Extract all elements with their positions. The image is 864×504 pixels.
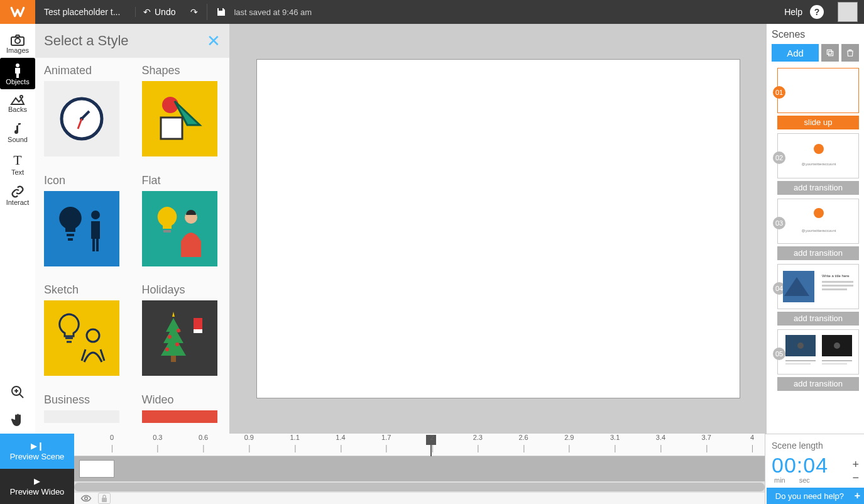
animated-thumb — [44, 81, 119, 156]
transition-button[interactable]: add transition — [777, 181, 859, 195]
canvas-area — [230, 24, 766, 434]
style-label: Animated — [44, 64, 123, 77]
svg-rect-25 — [171, 356, 176, 362]
increase-length-button[interactable]: + — [852, 458, 859, 471]
left-rail: Images Objects Backs Sound T Text Intera… — [0, 24, 35, 434]
timeline-ruler[interactable]: 00.30.60.91.11.41.722.32.62.93.13.43.74 — [74, 434, 765, 456]
lock-icon[interactable] — [98, 493, 111, 504]
person-icon — [11, 63, 24, 78]
scene-length-title: Scene length — [772, 441, 858, 451]
timeline-tick: 3.1 — [610, 434, 620, 441]
scene-item-3[interactable]: 03 @yourtwitteraccount add transition — [772, 199, 859, 260]
style-flat[interactable]: Flat — [142, 174, 221, 271]
rail-label: Interact — [6, 199, 30, 206]
timeline-tick: 1.1 — [290, 434, 299, 441]
delete-scene-button[interactable] — [841, 44, 859, 62]
style-sketch[interactable]: Sketch — [44, 283, 123, 381]
scene-length-value: 00:04 — [772, 453, 858, 478]
timeline-clip[interactable] — [79, 460, 114, 478]
transition-button[interactable]: add transition — [777, 312, 859, 326]
rail-backs[interactable]: Backs — [0, 89, 35, 117]
style-animated[interactable]: Animated — [44, 64, 123, 162]
scenes-panel: Scenes Add 01 slide up 02 @yourtwitterac… — [766, 24, 864, 434]
last-saved-label: last saved at 9:46 am — [234, 8, 312, 17]
avatar[interactable] — [838, 2, 858, 22]
rail-text[interactable]: T Text — [0, 147, 35, 180]
close-icon[interactable]: ✕ — [207, 31, 221, 51]
svg-point-15 — [91, 211, 100, 219]
music-note-icon — [12, 122, 23, 136]
text-icon: T — [13, 152, 21, 168]
scene-item-4[interactable]: 04 Write a title here add transition — [772, 264, 859, 326]
redo-button[interactable]: ↷ — [183, 0, 205, 24]
rail-objects[interactable]: Objects — [0, 58, 35, 89]
style-wideo[interactable]: Wideo — [142, 393, 221, 428]
transition-button[interactable]: add transition — [777, 377, 859, 391]
timeline-track[interactable] — [74, 456, 765, 481]
svg-marker-26 — [172, 312, 175, 317]
svg-rect-31 — [194, 329, 202, 333]
help-bubble[interactable]: Do you need help? + — [767, 488, 864, 504]
svg-point-30 — [177, 329, 180, 332]
rail-label: Sound — [8, 136, 28, 143]
panel-body[interactable]: Animated Shapes Icon Flat Sketch — [35, 58, 229, 434]
timeline-tick: 3.4 — [656, 434, 665, 441]
duplicate-scene-button[interactable] — [821, 44, 839, 62]
scene-list[interactable]: 01 slide up 02 @yourtwitteraccount add t… — [772, 68, 859, 429]
svg-point-29 — [165, 348, 169, 351]
timeline-tick: 0.3 — [153, 434, 162, 441]
canvas[interactable] — [256, 59, 740, 398]
scene-item-1[interactable]: 01 slide up — [772, 68, 859, 129]
project-title[interactable]: Test placeholder t... — [35, 7, 136, 17]
svg-rect-42 — [822, 288, 847, 290]
landscape-icon — [10, 94, 25, 106]
shapes-thumb — [142, 81, 217, 156]
help-button[interactable]: Help ? — [777, 0, 831, 24]
undo-button[interactable]: ↶ Undo — [136, 0, 183, 24]
holidays-thumb — [142, 300, 217, 376]
rail-label: Text — [11, 168, 24, 176]
svg-rect-17 — [92, 239, 95, 251]
scene-item-2[interactable]: 02 @yourtwitteraccount add transition — [772, 133, 859, 195]
svg-rect-40 — [822, 281, 853, 283]
timeline-scrollbar[interactable] — [74, 481, 765, 493]
svg-point-28 — [175, 342, 179, 346]
visibility-icon[interactable] — [80, 494, 92, 503]
zoom-tool[interactable] — [10, 378, 25, 406]
rail-label: Objects — [6, 78, 29, 85]
undo-label: Undo — [155, 7, 175, 17]
svg-point-34 — [814, 144, 824, 154]
panel-header: Select a Style ✕ — [35, 24, 229, 58]
svg-point-2 — [16, 63, 19, 67]
svg-point-27 — [168, 335, 172, 339]
add-scene-button[interactable]: Add — [772, 44, 819, 62]
preview-wideo-button[interactable]: ▶ Preview Wideo — [0, 469, 74, 504]
style-label: Holidays — [142, 283, 221, 297]
style-shapes[interactable]: Shapes — [142, 64, 221, 162]
timeline-tick: 3.7 — [702, 434, 711, 441]
svg-rect-32 — [827, 50, 831, 54]
style-business[interactable]: Business — [44, 393, 123, 428]
svg-rect-18 — [96, 239, 99, 251]
transition-button[interactable]: slide up — [777, 116, 859, 129]
rail-interact[interactable]: Interact — [0, 180, 35, 210]
rail-images[interactable]: Images — [0, 29, 35, 58]
scene-item-5[interactable]: 05 add transition — [772, 329, 859, 391]
play-icon: ▶ — [34, 476, 40, 486]
timeline-tick: 4 — [750, 434, 754, 441]
save-button[interactable] — [209, 0, 234, 24]
timeline-tick: 1.4 — [336, 434, 345, 441]
style-label: Sketch — [44, 283, 123, 297]
hand-tool[interactable] — [10, 406, 25, 434]
svg-rect-14 — [161, 118, 182, 139]
style-icon[interactable]: Icon — [44, 174, 123, 271]
transition-button[interactable]: add transition — [777, 246, 859, 260]
undo-icon: ↶ — [143, 7, 151, 17]
scenes-title: Scenes — [772, 29, 859, 40]
rail-sound[interactable]: Sound — [0, 117, 35, 147]
wideo-logo[interactable] — [0, 0, 35, 24]
decrease-length-button[interactable]: − — [852, 471, 859, 485]
style-holidays[interactable]: Holidays — [142, 283, 221, 381]
svg-line-5 — [19, 394, 23, 398]
preview-scene-button[interactable]: ▶❙ Preview Scene — [0, 434, 74, 469]
